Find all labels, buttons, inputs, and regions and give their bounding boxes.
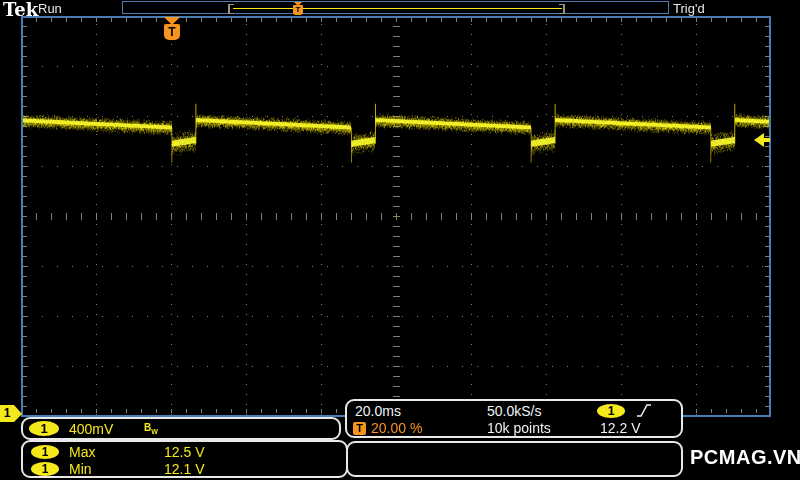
oscilloscope-screen: Tek Run T Trig'd T 1 1 400mV BW 20.0ms 5… bbox=[0, 0, 800, 480]
trigger-t-badge-icon: T bbox=[353, 422, 366, 435]
trigger-position-marker[interactable]: T bbox=[164, 17, 180, 42]
pcmag-watermark: PCMAG.VN bbox=[690, 446, 800, 469]
channel1-badge: 1 bbox=[29, 421, 59, 436]
waveform-graticule bbox=[21, 16, 771, 416]
acquisition-status: Run bbox=[38, 1, 62, 16]
trigger-t-icon: T bbox=[293, 5, 303, 15]
trigger-position-percent: 20.00 % bbox=[371, 420, 422, 436]
trigger-position-t-icon: T bbox=[164, 24, 180, 40]
menu-readout-empty bbox=[346, 441, 683, 477]
window-bracket-left-icon bbox=[228, 4, 234, 14]
record-trigger-marker[interactable]: T bbox=[292, 2, 304, 15]
trigger-level-arrow-tail bbox=[764, 138, 770, 142]
trigger-level-arrow-icon bbox=[754, 133, 764, 147]
record-window-line bbox=[233, 8, 562, 9]
trigger-level-marker[interactable] bbox=[754, 133, 770, 147]
measurement-value: 12.1 V bbox=[164, 461, 204, 477]
measurements-readout: 1 Max 12.5 V 1 Min 12.1 V bbox=[21, 440, 348, 478]
measurement-name: Max bbox=[69, 444, 95, 460]
channel1-position-label: 1 bbox=[0, 405, 14, 422]
measurement-row-min: 1 Min 12.1 V bbox=[23, 461, 346, 477]
channel1-readout: 1 400mV BW bbox=[21, 417, 341, 440]
measurement-row-max: 1 Max 12.5 V bbox=[23, 444, 346, 460]
horizontal-trigger-readout: 20.0ms 50.0kS/s 1 T 20.00 % 10k points 1… bbox=[345, 399, 683, 438]
channel1-position-arrow-icon bbox=[14, 405, 22, 422]
measurement-name: Min bbox=[69, 461, 92, 477]
sample-rate: 50.0kS/s bbox=[487, 403, 541, 419]
trigger-status: Trig'd bbox=[673, 1, 705, 16]
measurement-value: 12.5 V bbox=[164, 444, 204, 460]
trigger-level-value: 12.2 V bbox=[600, 420, 640, 436]
trigger-slope-rising-icon bbox=[636, 403, 652, 418]
channel1-position-marker[interactable]: 1 bbox=[0, 405, 22, 422]
bandwidth-limit-icon: BW bbox=[144, 422, 158, 435]
channel1-badge: 1 bbox=[31, 445, 59, 459]
tek-logo: Tek bbox=[3, 0, 38, 20]
trigger-source-badge: 1 bbox=[597, 404, 625, 418]
record-length: 10k points bbox=[487, 420, 551, 436]
channel1-badge: 1 bbox=[31, 462, 59, 476]
timebase-scale: 20.0ms bbox=[355, 403, 401, 419]
channel1-scale: 400mV bbox=[69, 421, 113, 437]
record-view-bar: T bbox=[122, 1, 669, 14]
window-bracket-right-icon bbox=[559, 4, 565, 14]
